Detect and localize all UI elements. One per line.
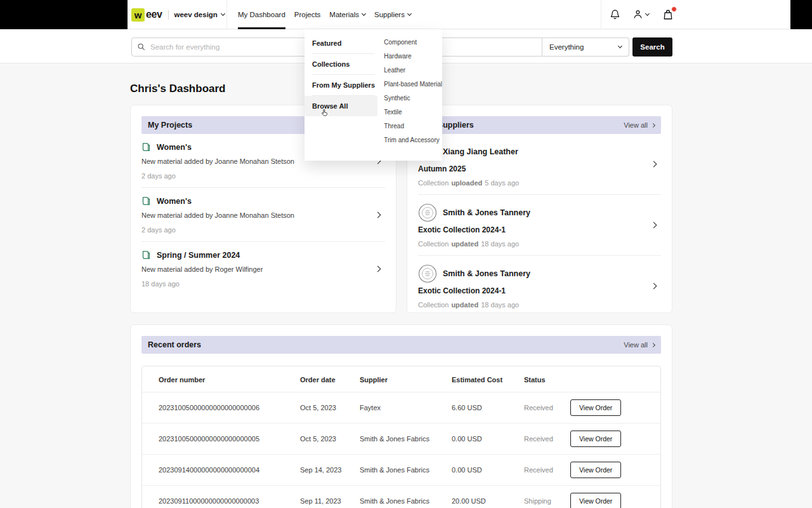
supplier-activity: Collection uploaded 5 days ago [418,179,645,187]
nav-label: Projects [294,11,321,18]
cart-button[interactable] [662,9,674,23]
col-status: Status [508,366,554,392]
view-all-label: View all [624,121,648,129]
menu-item-plant-based-material[interactable]: Plant-based Material [384,77,442,91]
nav-label: Materials [329,11,359,18]
chevron-right-icon [650,161,657,168]
order-row: 20230914000000000000000004 Sep 14, 2023 … [142,455,660,486]
swatch-book-icon [141,196,151,206]
open-project-button[interactable] [371,262,384,275]
supplier-item[interactable]: Smith & Jones Tannery Exotic Collection … [418,195,661,256]
activity-prefix: Collection [418,301,449,309]
menu-item-component[interactable]: Component [384,35,442,49]
menu-item-thread[interactable]: Thread [384,119,442,133]
order-status: Shipping [508,486,554,508]
collection-name: Exotic Collection 2024-1 [418,225,645,234]
menu-item-trim-and-accessory[interactable]: Trim and Accessory [384,133,442,147]
open-supplier-button[interactable] [647,158,660,171]
open-project-button[interactable] [371,208,384,221]
open-supplier-button[interactable] [647,219,660,232]
nav-projects[interactable]: Projects [294,0,321,29]
chevron-right-icon [650,283,657,290]
menu-item-collections[interactable]: Collections [312,54,375,75]
project-name: Women's [157,143,192,152]
account-menu-button[interactable] [632,9,649,20]
view-order-button[interactable]: View Order [570,399,621,416]
recent-orders-card: Recent orders View all Order number Orde… [130,324,672,508]
orders-view-all-link[interactable]: View all [624,341,655,349]
supplier-logo [418,203,437,222]
order-date: Sep 14, 2023 [284,455,343,486]
project-subtitle: New material added by Roger Wilfinger [141,265,369,273]
col-estimated-cost: Estimated Cost [435,366,508,392]
supplier-logo [418,264,437,283]
supplier-name: Smith & Jones Tannery [443,269,530,278]
menu-item-browse-all[interactable]: Browse All [304,96,377,116]
user-icon [632,9,643,20]
menu-item-from-my-suppliers[interactable]: From My Suppliers [312,75,375,96]
nav-suppliers[interactable]: Suppliers [374,0,411,29]
my-suppliers-header: My Suppliers View all [418,116,661,134]
view-order-button[interactable]: View Order [570,493,621,508]
nav-label: My Dashboard [238,11,285,18]
order-date: Oct 5, 2023 [284,424,343,455]
chevron-down-icon [221,11,225,16]
order-cost: 0.00 USD [435,424,508,455]
materials-menu-categories: Component Hardware Leather Plant-based M… [380,29,442,161]
app-header: w eev weev design My Dashboard Projects … [0,0,812,29]
search-button[interactable]: Search [632,37,672,57]
project-time: 18 days ago [141,280,369,288]
bell-icon [610,9,620,20]
order-date: Oct 5, 2023 [284,392,343,424]
activity-time: 5 days ago [485,179,519,187]
order-supplier: Smith & Jones Fabrics [343,486,435,508]
workspace-name: weev design [174,11,218,18]
search-scope-select[interactable]: Everything [542,37,629,57]
card-title: My Projects [148,121,192,130]
swatch-book-icon [141,250,151,260]
nav-my-dashboard[interactable]: My Dashboard [238,0,285,29]
col-supplier: Supplier [343,366,435,392]
supplier-item[interactable]: Smith & Jones Tannery Exotic Collection … [418,256,661,313]
workspace-selector[interactable]: weev design [174,11,225,18]
order-date: Sep 11, 2023 [284,486,343,508]
chevron-right-icon [651,342,655,347]
menu-item-textile[interactable]: Textile [384,105,442,119]
weev-logo-text: eev [146,9,162,20]
activity-prefix: Collection [418,179,449,187]
project-item[interactable]: Spring / Summer 2024 New material added … [141,242,385,295]
view-order-button[interactable]: View Order [570,431,621,447]
orders-table-header-row: Order number Order date Supplier Estimat… [142,366,660,392]
nav-label: Suppliers [374,11,405,18]
search-icon [137,43,145,51]
project-name: Spring / Summer 2024 [157,251,240,260]
order-supplier: Smith & Jones Fabrics [343,455,435,486]
recent-orders-header: Recent orders View all [141,336,661,354]
activity-verb: updated [451,240,478,248]
collection-name: Exotic Collection 2024-1 [418,286,645,295]
open-supplier-button[interactable] [647,280,660,293]
my-suppliers-card: My Suppliers View all Xiang Jiang Leathe… [407,105,672,313]
menu-item-leather[interactable]: Leather [384,63,442,77]
menu-item-featured[interactable]: Featured [312,33,375,54]
suppliers-view-all-link[interactable]: View all [624,121,655,129]
order-supplier: Faytex [343,392,435,424]
menu-item-synthetic[interactable]: Synthetic [384,91,442,105]
materials-dropdown-menu: Featured Collections From My Suppliers B… [304,29,442,161]
chevron-down-icon [407,11,412,16]
supplier-name: Smith & Jones Tannery [443,208,530,217]
card-title: Recent orders [148,340,201,349]
project-item[interactable]: Women's New material added by Joanne Mon… [141,188,385,242]
view-order-button[interactable]: View Order [570,462,621,478]
nav-materials[interactable]: Materials [329,0,365,29]
project-subtitle: New material added by Joanne Monahan Ste… [141,211,369,219]
col-order-date: Order date [284,366,343,392]
notifications-button[interactable] [610,9,620,20]
col-order-number: Order number [142,366,284,392]
menu-item-hardware[interactable]: Hardware [384,49,442,63]
materials-menu-sections: Featured Collections From My Suppliers B… [304,29,380,161]
order-number: 20231005000000000000000006 [142,392,284,424]
main-nav: My Dashboard Projects Materials Supplier… [238,0,411,29]
supplier-item[interactable]: Xiang Jiang Leather Autumn 2025 Collecti… [418,134,661,195]
order-row: 20230911000000000000000003 Sep 11, 2023 … [142,486,660,508]
